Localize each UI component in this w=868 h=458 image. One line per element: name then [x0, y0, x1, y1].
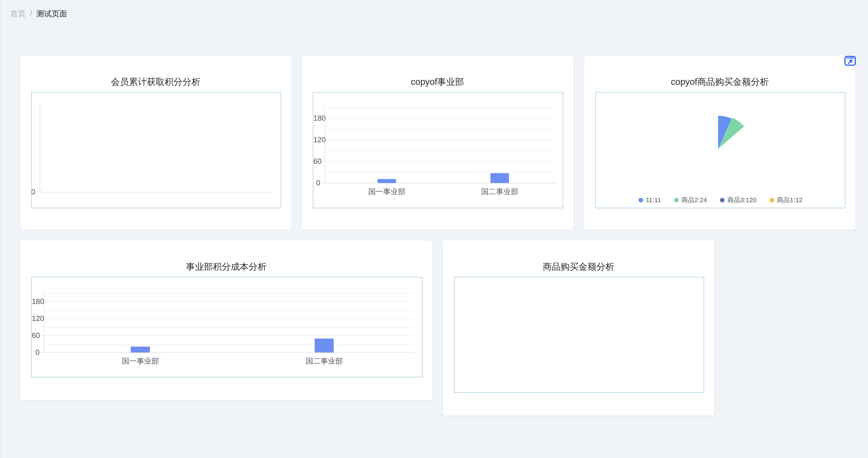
y-axis-tick	[41, 352, 44, 353]
chart-canvas-member-points: 0	[31, 92, 281, 208]
y-tick-label: 60	[32, 332, 39, 339]
grid-line	[324, 118, 556, 118]
y-tick-label: 180	[32, 298, 39, 305]
legend-label: 11:11	[646, 196, 661, 204]
y-tick-label: 120	[313, 136, 320, 144]
x-axis-line	[40, 192, 275, 192]
bar-国二事业部	[491, 173, 509, 183]
grid-line	[44, 327, 415, 327]
grid-line	[324, 172, 556, 173]
y-axis-line	[40, 104, 40, 192]
legend-item-product2[interactable]: 商品2:24	[674, 196, 707, 204]
x-category-label: 国二事业部	[466, 187, 534, 197]
breadcrumb: 首页 / 测试页面	[10, 9, 67, 19]
card-product-amount: 商品购买金额分析	[443, 240, 714, 416]
chart-title-division-cost: 事业部积分成本分析	[20, 261, 432, 271]
y-tick-label: 60	[313, 158, 320, 165]
chart-title-product-amount: 商品购买金额分析	[443, 261, 714, 271]
grid-line	[44, 310, 415, 311]
x-category-label: 国一事业部	[106, 356, 174, 366]
chart-canvas-copy-division: 060120180国一事业部国二事业部	[313, 92, 563, 208]
grid-line	[44, 336, 415, 336]
open-in-new-window-icon[interactable]	[844, 55, 856, 67]
breadcrumb-home-link[interactable]: 首页	[10, 9, 26, 19]
y-axis-line	[324, 107, 325, 183]
dashboard-page: 首页 / 测试页面 会员累计获取积分分析 0 copyof事业部 0601201…	[0, 0, 868, 458]
x-axis-tick	[387, 183, 387, 185]
legend-dot-yellow	[770, 198, 774, 202]
grid-line	[44, 302, 415, 302]
chart-title-member-points: 会员累计获取积分分析	[20, 76, 291, 86]
pie-slice-商品2[interactable]	[685, 115, 752, 182]
pie-legend: 11:11 商品2:24 商品3:120 商品1:12	[596, 196, 845, 204]
chart-title-copy-division: copyof事业部	[302, 76, 573, 86]
x-axis-tick	[500, 183, 500, 185]
y-axis-line	[44, 293, 44, 353]
y-axis-tick	[36, 192, 39, 192]
grid-line	[44, 318, 415, 319]
grid-line	[324, 162, 556, 162]
legend-item-product3[interactable]: 商品3:120	[720, 196, 757, 204]
chart-title-copy-product-amount: copyof商品购买金额分析	[584, 76, 855, 86]
x-axis-line	[44, 352, 415, 353]
card-copy-division: copyof事业部 060120180国一事业部国二事业部	[302, 56, 573, 229]
legend-dot-navy	[720, 198, 724, 202]
bar-国一事业部	[131, 347, 150, 352]
breadcrumb-separator: /	[30, 9, 32, 18]
chart-canvas-copy-product-amount: 11:11 商品2:24 商品3:120 商品1:12	[595, 92, 845, 208]
x-category-label: 国一事业部	[353, 187, 421, 197]
x-category-label: 国二事业部	[290, 356, 358, 366]
legend-dot-green	[674, 198, 679, 202]
legend-item-11[interactable]: 11:11	[639, 196, 661, 204]
legend-dot-blue	[639, 198, 643, 202]
legend-item-product1[interactable]: 商品1:12	[770, 196, 803, 204]
card-division-cost: 事业部积分成本分析 060120180国一事业部国二事业部	[20, 240, 432, 400]
chart-canvas-division-cost: 060120180国一事业部国二事业部	[31, 277, 423, 377]
legend-label: 商品3:120	[727, 196, 757, 204]
pie-chart	[684, 116, 752, 183]
breadcrumb-current: 测试页面	[36, 9, 67, 19]
bar-国二事业部	[315, 339, 334, 352]
grid-line	[44, 293, 415, 293]
y-axis-tick	[321, 183, 324, 183]
grid-line	[324, 107, 556, 108]
y-tick-label: 120	[32, 315, 39, 322]
y-tick-label: 0	[313, 179, 320, 187]
bar-国一事业部	[377, 179, 396, 183]
y-tick-label-zero: 0	[31, 188, 36, 196]
legend-label: 商品2:24	[681, 196, 707, 204]
card-copy-product-amount: copyof商品购买金额分析 11:11 商品2:24 商品3:120	[584, 56, 855, 229]
y-tick-label: 0	[32, 349, 39, 356]
x-axis-line	[324, 183, 556, 183]
y-axis-tick	[321, 162, 324, 162]
grid-line	[44, 344, 415, 344]
chart-canvas-product-amount	[454, 277, 704, 393]
legend-label: 商品1:12	[777, 196, 803, 204]
y-tick-label: 180	[313, 115, 320, 122]
page-left-divider	[0, 0, 1, 458]
x-axis-tick	[324, 352, 324, 354]
card-member-points: 会员累计获取积分分析 0	[20, 56, 291, 229]
y-axis-tick	[41, 336, 44, 336]
